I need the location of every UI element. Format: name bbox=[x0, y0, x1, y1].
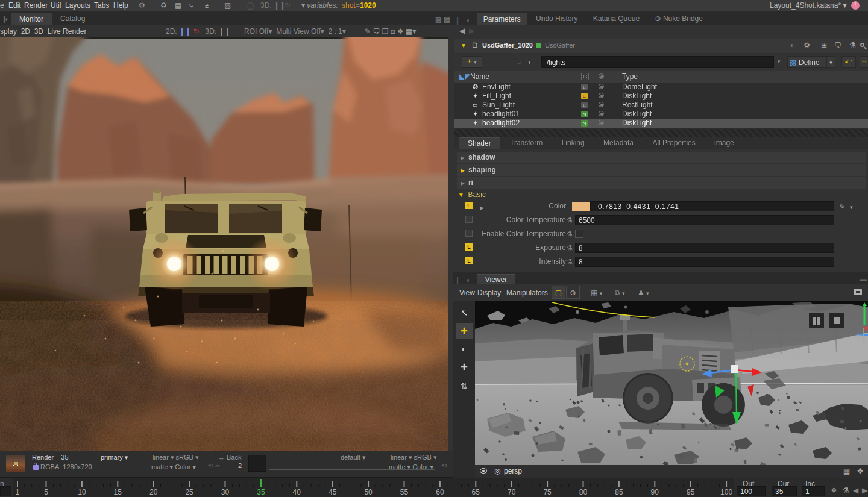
svg-text:35: 35 bbox=[257, 488, 265, 496]
svg-text:40: 40 bbox=[293, 488, 301, 496]
svg-text:70: 70 bbox=[508, 488, 516, 496]
svg-text:25: 25 bbox=[185, 488, 193, 496]
svg-text:80: 80 bbox=[579, 488, 588, 496]
svg-text:50: 50 bbox=[364, 488, 373, 496]
svg-text:60: 60 bbox=[436, 488, 444, 496]
svg-text:15: 15 bbox=[114, 488, 122, 496]
svg-text:10: 10 bbox=[78, 488, 86, 496]
svg-text:95: 95 bbox=[687, 488, 695, 496]
svg-text:90: 90 bbox=[651, 488, 659, 496]
svg-text:30: 30 bbox=[221, 488, 230, 496]
svg-text:75: 75 bbox=[543, 488, 552, 496]
svg-text:45: 45 bbox=[329, 488, 337, 496]
svg-text:65: 65 bbox=[472, 488, 480, 496]
svg-text:100: 100 bbox=[720, 488, 732, 496]
svg-text:1: 1 bbox=[16, 488, 20, 496]
svg-text:55: 55 bbox=[400, 488, 409, 496]
svg-text:85: 85 bbox=[615, 488, 623, 496]
svg-text:20: 20 bbox=[149, 488, 158, 496]
svg-text:5: 5 bbox=[44, 488, 48, 496]
